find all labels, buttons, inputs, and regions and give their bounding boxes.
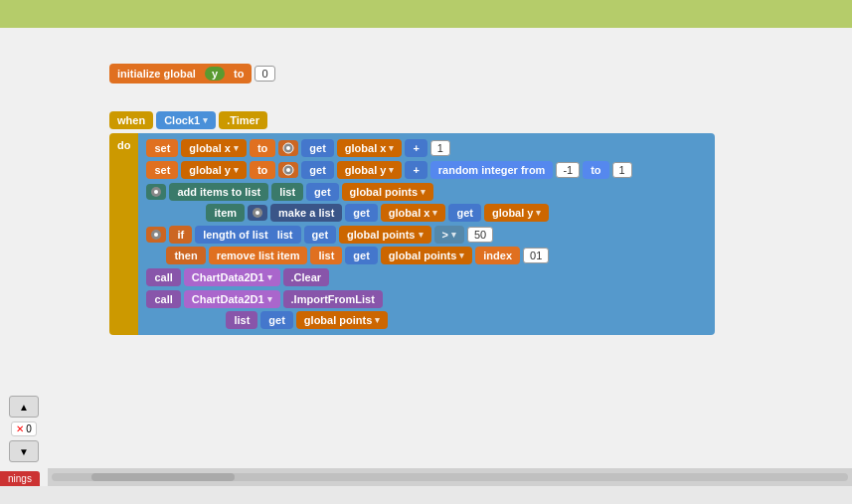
plus-label: + (405, 139, 426, 157)
gear-icon-make (248, 205, 267, 221)
points-var-remove[interactable]: global points ▾ (381, 247, 472, 264)
call-clear-row: call ChartData2D1 ▾ .Clear (146, 268, 707, 286)
warning-count: 0 (26, 423, 32, 434)
horizontal-scrollbar[interactable] (48, 468, 852, 486)
warning-count-area: ✕ 0 (11, 421, 37, 436)
call-import-row: call ChartData2D1 ▾ .ImportFromList list (146, 290, 707, 329)
gear-icon-if (146, 227, 166, 243)
if-label: if (169, 226, 192, 244)
svg-point-3 (286, 168, 290, 172)
random-block: random integer from (430, 161, 554, 179)
set-y-row: set global y ▾ to get (146, 161, 707, 179)
if-value[interactable]: 50 (467, 227, 493, 243)
scrollbar-track (52, 473, 848, 481)
init-label: initialize global y to (109, 64, 252, 84)
set-x-row: set global x ▾ to get (146, 139, 707, 157)
svg-point-7 (256, 211, 259, 215)
gear-icon-add (146, 184, 166, 200)
up-button[interactable]: ▲ (9, 396, 39, 418)
when-row: when Clock1 ▾ .Timer (109, 111, 715, 129)
x-var-make[interactable]: global x ▾ (381, 204, 446, 222)
error-icon: ✕ (16, 423, 24, 434)
y-var-make[interactable]: global y ▾ (484, 204, 550, 222)
when-container: when Clock1 ▾ .Timer do set (109, 111, 715, 335)
do-container: do set global x ▾ to (109, 133, 715, 335)
points-var-import[interactable]: global points ▾ (296, 311, 388, 329)
svg-point-9 (154, 233, 158, 237)
svg-point-1 (286, 146, 290, 150)
remove-block: remove list item (209, 247, 308, 264)
random-from-val[interactable]: -1 (556, 162, 580, 178)
gear-icon-x (278, 140, 298, 156)
if-block: if length of list list get global points… (146, 226, 707, 264)
top-bar (0, 0, 852, 28)
global-x-var[interactable]: global x ▾ (181, 139, 247, 157)
chart-component-clear[interactable]: ChartData2D1 ▾ (184, 268, 280, 286)
chart-component-import[interactable]: ChartData2D1 ▾ (184, 290, 280, 308)
warnings-button[interactable]: nings (0, 471, 40, 486)
svg-point-5 (154, 190, 158, 194)
gt-block[interactable]: > ▾ (434, 226, 464, 244)
do-label-area: do (109, 133, 138, 335)
random-to-val[interactable]: 1 (612, 162, 632, 178)
init-value[interactable]: 0 (255, 66, 274, 82)
index-value[interactable]: 01 (523, 248, 549, 263)
scrollbar-thumb[interactable] (91, 473, 235, 481)
add-items-row: add items to list list get global points… (146, 183, 707, 222)
add-items-block: add items to list (169, 183, 268, 201)
x-value[interactable]: 1 (430, 140, 450, 156)
init-block: initialize global y to 0 (109, 64, 275, 84)
down-button[interactable]: ▼ (9, 440, 39, 462)
length-block: length of list list (195, 226, 300, 244)
clock-block[interactable]: Clock1 ▾ (156, 111, 216, 129)
gear-icon-y (278, 162, 298, 178)
points-var-add[interactable]: global points ▾ (342, 183, 433, 201)
global-y-var[interactable]: global y ▾ (181, 161, 247, 179)
do-body: set global x ▾ to get (138, 133, 715, 335)
canvas-area: initialize global y to 0 when Clock1 ▾ .… (0, 28, 852, 486)
get-x-block: get (301, 139, 334, 157)
global-y-get-var[interactable]: global y ▾ (337, 161, 403, 179)
points-var-if[interactable]: global points ▾ (339, 226, 430, 244)
call-clear-label: call (146, 268, 180, 286)
global-x-get-var[interactable]: global x ▾ (337, 139, 403, 157)
left-panel: ▲ ✕ 0 ▼ (0, 392, 48, 466)
set-x-block: set (146, 139, 178, 157)
